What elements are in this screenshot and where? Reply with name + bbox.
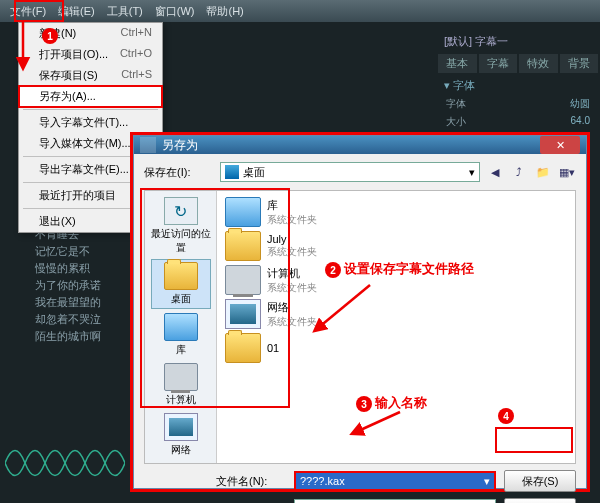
annotation-4: 4 bbox=[498, 408, 514, 424]
file-menu-item[interactable]: 另存为(A)... bbox=[19, 86, 162, 107]
lyric-line[interactable]: 陌生的城市啊 bbox=[35, 328, 130, 345]
lyric-line[interactable]: 记忆它是不 bbox=[35, 243, 130, 260]
browse-item[interactable]: July系统文件夹 bbox=[223, 229, 569, 263]
preset-header: [默认] 字幕一 bbox=[438, 32, 598, 51]
filename-label: 文件名(N): bbox=[216, 474, 286, 489]
svg-line-2 bbox=[356, 412, 400, 432]
place-item[interactable]: 桌面 bbox=[151, 259, 211, 309]
waveform bbox=[5, 433, 125, 493]
views-icon[interactable]: ▦▾ bbox=[558, 163, 576, 181]
file-menu-item[interactable]: 导入字幕文件(T)... bbox=[19, 112, 162, 133]
filename-input[interactable]: ????.kax▾ bbox=[294, 471, 496, 491]
up-icon[interactable]: ⤴ bbox=[510, 163, 528, 181]
dialog-title: 另存为 bbox=[162, 137, 198, 154]
lyric-line[interactable]: 我在最望望的 bbox=[35, 294, 130, 311]
menu-window[interactable]: 窗口(W) bbox=[149, 2, 201, 21]
lyric-line[interactable]: 为了你的承诺 bbox=[35, 277, 130, 294]
cancel-button[interactable]: 取消 bbox=[504, 498, 576, 503]
tab-bg[interactable]: 背景 bbox=[560, 54, 599, 73]
file-menu-item[interactable]: 打开项目(O)...Ctrl+O bbox=[19, 44, 162, 65]
annotation-2-text: 设置保存字幕文件路径 bbox=[344, 260, 474, 278]
file-menu-item[interactable]: 保存项目(S)Ctrl+S bbox=[19, 65, 162, 86]
place-item[interactable]: 网络 bbox=[151, 411, 211, 459]
close-icon[interactable]: ✕ bbox=[540, 136, 580, 154]
save-button[interactable]: 保存(S) bbox=[504, 470, 576, 492]
tab-effect[interactable]: 特效 bbox=[519, 54, 558, 73]
menu-help[interactable]: 帮助(H) bbox=[200, 2, 249, 21]
place-item[interactable]: 库 bbox=[151, 311, 211, 359]
browse-item[interactable]: 网络系统文件夹 bbox=[223, 297, 569, 331]
menu-tools[interactable]: 工具(T) bbox=[101, 2, 149, 21]
browse-item[interactable]: 库系统文件夹 bbox=[223, 195, 569, 229]
file-menu-item[interactable]: 新建(N)Ctrl+N bbox=[19, 23, 162, 44]
annotation-1: 1 bbox=[42, 28, 58, 44]
lookin-combo[interactable]: 桌面 ▾ bbox=[220, 162, 480, 182]
filetype-combo[interactable]: 项目文件 (*.kax)▾ bbox=[294, 499, 496, 503]
place-item[interactable]: 最近访问的位置 bbox=[151, 195, 211, 257]
section-font: ▾ 字体 bbox=[438, 76, 598, 95]
menu-edit[interactable]: 编辑(E) bbox=[52, 2, 101, 21]
lyric-line[interactable]: 慢慢的累积 bbox=[35, 260, 130, 277]
place-item[interactable]: 计算机 bbox=[151, 361, 211, 409]
panel-tabs: 基本 字幕 特效 背景 bbox=[438, 54, 598, 73]
desktop-icon bbox=[225, 165, 239, 179]
browse-item[interactable]: 01 bbox=[223, 331, 569, 365]
svg-line-1 bbox=[318, 285, 370, 328]
dialog-icon bbox=[140, 137, 156, 153]
dialog-titlebar: 另存为 ✕ bbox=[134, 136, 586, 154]
property-row[interactable]: 大小64.0 bbox=[438, 113, 598, 131]
menu-file[interactable]: 文件(F) bbox=[4, 2, 52, 21]
annotation-2: 2 bbox=[325, 262, 341, 278]
lookin-label: 保存在(I): bbox=[144, 165, 214, 180]
tab-subtitle[interactable]: 字幕 bbox=[479, 54, 518, 73]
menubar: 文件(F) 编辑(E) 工具(T) 窗口(W) 帮助(H) bbox=[0, 0, 600, 22]
lyric-line[interactable]: 却忽着不哭泣 bbox=[35, 311, 130, 328]
newfolder-icon[interactable]: 📁 bbox=[534, 163, 552, 181]
back-icon[interactable]: ◀ bbox=[486, 163, 504, 181]
property-row[interactable]: 字体幼圆 bbox=[438, 95, 598, 113]
places-bar: 最近访问的位置桌面库计算机网络 bbox=[145, 191, 217, 463]
tab-basic[interactable]: 基本 bbox=[438, 54, 477, 73]
